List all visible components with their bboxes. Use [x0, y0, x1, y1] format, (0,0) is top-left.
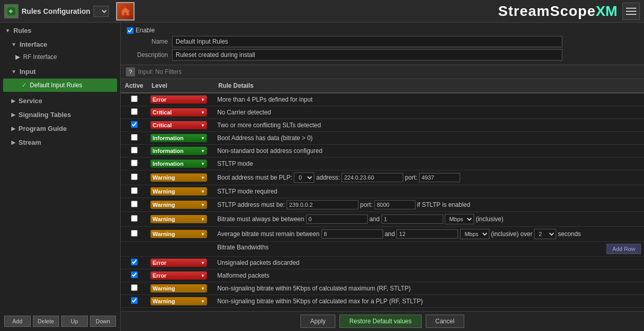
name-input[interactable]: [172, 36, 562, 47]
active-checkbox[interactable]: [131, 95, 138, 102]
active-checkbox[interactable]: [131, 160, 138, 166]
active-cell: [121, 282, 147, 295]
level-select[interactable]: ErrorCriticalInformationWarningNoticeDeb…: [150, 284, 207, 293]
rule-detail-text: More than 4 PLPs defined for input: [217, 96, 312, 103]
active-checkbox[interactable]: [131, 187, 138, 194]
desc-input[interactable]: [172, 49, 562, 61]
active-checkbox[interactable]: [131, 121, 138, 128]
val1-input[interactable]: [306, 215, 368, 224]
unit-select[interactable]: MbpsKbps: [460, 229, 489, 239]
sidebar-section-stream[interactable]: ▶ Stream: [0, 134, 120, 148]
active-checkbox[interactable]: [131, 297, 138, 304]
level-dropdown-wrap: ErrorCriticalInformationWarningNoticeDeb…: [150, 147, 207, 155]
details-cell: Non-standard boot address configured: [214, 145, 644, 158]
sidebar-section-service[interactable]: ▶ Service: [0, 93, 120, 107]
val1-input[interactable]: [321, 229, 383, 239]
active-checkbox[interactable]: [131, 271, 138, 278]
menu-button[interactable]: [622, 3, 640, 20]
down-button[interactable]: Down: [90, 316, 117, 327]
port-input[interactable]: [374, 200, 415, 209]
level-select[interactable]: ErrorCriticalInformationWarningNoticeDeb…: [150, 271, 207, 280]
add-row-button[interactable]: Add Row: [607, 244, 641, 254]
sidebar-section-rules[interactable]: ▼ Rules: [0, 23, 120, 36]
table-row: Bitrate BandwidthsAdd Row: [121, 242, 644, 257]
level-cell: ErrorCriticalInformationWarningNoticeDeb…: [147, 282, 214, 295]
port-input[interactable]: [419, 173, 460, 182]
rule-detail-text: STLTP mode required: [217, 188, 277, 195]
level-select[interactable]: ErrorCriticalInformationWarningNoticeDeb…: [150, 108, 207, 116]
restore-button[interactable]: Restore Default values: [339, 315, 421, 328]
level-select[interactable]: ErrorCriticalInformationWarningNoticeDeb…: [150, 147, 207, 155]
home-button[interactable]: [116, 2, 135, 21]
active-checkbox[interactable]: [131, 173, 138, 180]
detail-prefix: Average bitrate must remain between: [217, 230, 319, 238]
apply-button[interactable]: Apply: [300, 315, 335, 328]
active-cell: [121, 185, 147, 198]
level-select[interactable]: ErrorCriticalInformationWarningNoticeDeb…: [150, 160, 207, 168]
details-cell: Bitrate BandwidthsAdd Row: [214, 242, 644, 257]
active-cell: [121, 145, 147, 158]
level-select[interactable]: ErrorCriticalInformationWarningNoticeDeb…: [150, 187, 207, 196]
active-checkbox[interactable]: [131, 230, 138, 237]
level-select[interactable]: ErrorCriticalInformationWarningNoticeDeb…: [150, 230, 207, 238]
config-dropdown[interactable]: [93, 6, 109, 17]
sidebar-item-label: Input: [20, 68, 36, 75]
stream-arrow: ▶: [11, 140, 15, 145]
table-row: ErrorCriticalInformationWarningNoticeDeb…: [121, 227, 644, 242]
filter-help-button[interactable]: ?: [126, 67, 135, 76]
level-select[interactable]: ErrorCriticalInformationWarningNoticeDeb…: [150, 297, 207, 305]
level-dropdown-wrap: ErrorCriticalInformationWarningNoticeDeb…: [150, 134, 207, 142]
level-select[interactable]: ErrorCriticalInformationWarningNoticeDeb…: [150, 201, 207, 209]
table-row: ErrorCriticalInformationWarningNoticeDeb…: [121, 158, 644, 170]
rule-detail-text: Non-standard boot address configured: [217, 147, 323, 154]
level-select[interactable]: ErrorCriticalInformationWarningNoticeDeb…: [150, 259, 207, 267]
sidebar-item-default-input-rules[interactable]: ✓ Default Input Rules: [3, 79, 117, 92]
sidebar-section-program-guide[interactable]: ▶ Program Guide: [0, 121, 120, 134]
level-select[interactable]: ErrorCriticalInformationWarningNoticeDeb…: [150, 95, 207, 104]
sidebar-item-label: Signaling Tables: [18, 111, 71, 119]
details-cell: Average bitrate must remain between and …: [214, 227, 644, 242]
sidebar-section-input[interactable]: ▼ Input: [0, 64, 120, 77]
active-checkbox[interactable]: [131, 201, 138, 207]
sidebar-item-rf-interface[interactable]: ▶ RF Interface: [0, 50, 120, 64]
enable-checkbox[interactable]: [127, 27, 134, 34]
sidebar-section-interface[interactable]: ▼ Interface: [0, 36, 120, 50]
enable-row: Enable: [127, 27, 638, 34]
up-button[interactable]: Up: [61, 316, 88, 327]
level-cell: ErrorCriticalInformationWarningNoticeDeb…: [147, 106, 214, 119]
rules-tbody: ErrorCriticalInformationWarningNoticeDeb…: [121, 93, 644, 308]
level-cell: ErrorCriticalInformationWarningNoticeDeb…: [147, 257, 214, 269]
seconds-select[interactable]: 2510: [534, 229, 556, 239]
brand-area: StreamScope XM: [498, 3, 640, 20]
active-checkbox[interactable]: [131, 259, 138, 265]
active-checkbox[interactable]: [131, 134, 138, 141]
val2-input[interactable]: [396, 229, 458, 239]
val2-input[interactable]: [382, 215, 443, 224]
active-checkbox[interactable]: [131, 284, 138, 291]
delete-button[interactable]: Delete: [33, 316, 60, 327]
active-checkbox[interactable]: [131, 215, 138, 222]
active-cell: [121, 227, 147, 242]
active-checkbox[interactable]: [131, 108, 138, 115]
addr-input[interactable]: [287, 200, 358, 209]
level-select[interactable]: ErrorCriticalInformationWarningNoticeDeb…: [150, 121, 207, 129]
rule-detail-text: Unsignaled packets discarded: [217, 259, 299, 266]
main-layout: ▼ Rules ▼ Interface ▶ RF Interface ▼ Inp…: [0, 23, 644, 331]
level-cell: ErrorCriticalInformationWarningNoticeDeb…: [147, 145, 214, 158]
sidebar: ▼ Rules ▼ Interface ▶ RF Interface ▼ Inp…: [0, 23, 121, 331]
address-input[interactable]: [342, 173, 403, 182]
cancel-button[interactable]: Cancel: [426, 315, 464, 328]
service-arrow: ▶: [11, 98, 15, 104]
level-select[interactable]: ErrorCriticalInformationWarningNoticeDeb…: [150, 215, 207, 223]
address-label: address:: [316, 174, 340, 181]
rule-detail-text: Malformed packets: [217, 272, 269, 279]
level-select[interactable]: ErrorCriticalInformationWarningNoticeDeb…: [150, 134, 207, 142]
add-button[interactable]: Add: [4, 316, 31, 327]
sidebar-section-signaling[interactable]: ▶ Signaling Tables: [0, 107, 120, 121]
level-select[interactable]: ErrorCriticalInformationWarningNoticeDeb…: [150, 173, 207, 182]
active-checkbox[interactable]: [131, 147, 138, 153]
unit-select[interactable]: MbpsKbps: [445, 214, 474, 224]
plp-select[interactable]: 01: [294, 172, 314, 183]
table-row: ErrorCriticalInformationWarningNoticeDeb…: [121, 212, 644, 227]
enable-label[interactable]: Enable: [127, 27, 155, 34]
